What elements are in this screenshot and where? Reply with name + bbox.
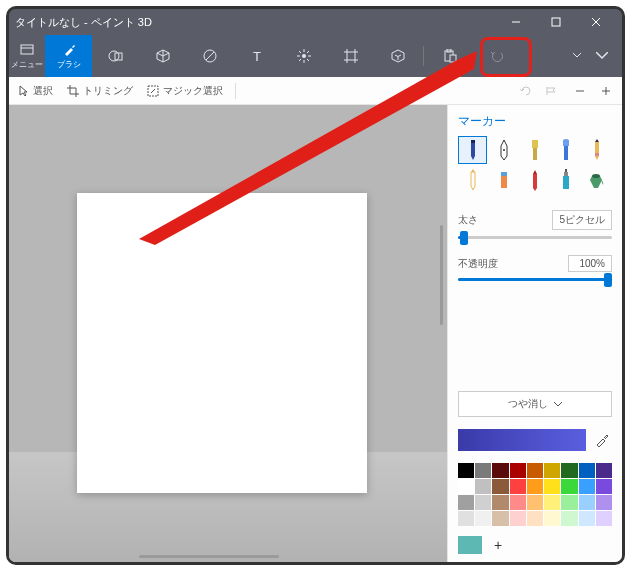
thickness-row: 太さ 5ピクセル	[448, 204, 622, 232]
collapse-panel-button[interactable]	[588, 52, 616, 60]
current-color-row	[458, 429, 612, 451]
3d-library-tool[interactable]	[374, 35, 421, 77]
palette-swatch[interactable]	[544, 511, 560, 526]
brush-spray[interactable]	[552, 166, 581, 194]
stickers-tool[interactable]	[186, 35, 233, 77]
palette-swatch[interactable]	[596, 479, 612, 494]
menu-button[interactable]: メニュー	[9, 35, 45, 77]
palette-swatch[interactable]	[579, 511, 595, 526]
undo-button[interactable]	[473, 35, 520, 77]
thickness-slider[interactable]	[458, 236, 612, 239]
palette-swatch[interactable]	[596, 463, 612, 478]
palette-swatch[interactable]	[596, 495, 612, 510]
palette-swatch[interactable]	[458, 479, 474, 494]
rotate-icon	[520, 85, 532, 97]
palette-swatch[interactable]	[527, 479, 543, 494]
history-dropdown[interactable]	[566, 53, 588, 59]
brush-pencil[interactable]	[458, 166, 487, 194]
palette-swatch[interactable]	[561, 495, 577, 510]
brush-tool[interactable]: ブラシ	[45, 35, 92, 77]
chevron-down-icon	[554, 402, 562, 407]
palette-swatch[interactable]	[561, 463, 577, 478]
flag-icon	[546, 86, 560, 96]
minus-icon	[574, 85, 586, 97]
3d-shapes-tool[interactable]	[139, 35, 186, 77]
brush-watercolor[interactable]	[552, 136, 581, 164]
brush-icon	[62, 42, 76, 58]
palette-swatch[interactable]	[527, 495, 543, 510]
add-color-button[interactable]: +	[488, 536, 508, 554]
eyedropper-button[interactable]	[592, 430, 612, 450]
palette-swatch[interactable]	[458, 511, 474, 526]
paste-tool[interactable]	[426, 35, 473, 77]
brush-fill[interactable]	[583, 166, 612, 194]
canvas[interactable]	[77, 193, 367, 493]
recent-color-swatch[interactable]	[458, 536, 482, 554]
palette-swatch[interactable]	[492, 511, 508, 526]
magic-select-button[interactable]: マジック選択	[141, 80, 229, 102]
zoom-out-button[interactable]	[568, 80, 592, 102]
pencil-icon	[590, 138, 604, 162]
thickness-value[interactable]: 5ピクセル	[552, 210, 612, 230]
current-color-swatch[interactable]	[458, 429, 586, 451]
palette-swatch[interactable]	[492, 495, 508, 510]
palette-swatch[interactable]	[579, 479, 595, 494]
paste-icon	[443, 48, 457, 64]
canvas-viewport[interactable]	[9, 105, 447, 562]
flip-button[interactable]	[540, 80, 566, 102]
palette-swatch[interactable]	[475, 495, 491, 510]
brush-eraser[interactable]	[489, 166, 518, 194]
bucket-icon	[589, 168, 605, 192]
effects-tool[interactable]	[280, 35, 327, 77]
palette-swatch[interactable]	[475, 511, 491, 526]
canvas-tool[interactable]	[327, 35, 374, 77]
brush-label: ブラシ	[57, 59, 81, 70]
palette-swatch[interactable]	[596, 511, 612, 526]
palette-swatch[interactable]	[527, 463, 543, 478]
palette-swatch[interactable]	[561, 511, 577, 526]
zoom-in-button[interactable]	[594, 80, 618, 102]
svg-rect-37	[471, 140, 475, 143]
brush-marker[interactable]	[458, 136, 487, 164]
minimize-button[interactable]	[496, 9, 536, 35]
palette-swatch[interactable]	[510, 463, 526, 478]
palette-swatch[interactable]	[458, 495, 474, 510]
palette-swatch[interactable]	[544, 479, 560, 494]
palette-swatch[interactable]	[544, 495, 560, 510]
panel-title: マーカー	[448, 105, 622, 136]
palette-swatch[interactable]	[579, 495, 595, 510]
rotate-button[interactable]	[514, 80, 538, 102]
opacity-value[interactable]: 100%	[568, 255, 612, 272]
brush-crayon[interactable]	[520, 166, 549, 194]
palette-swatch[interactable]	[475, 463, 491, 478]
palette-swatch[interactable]	[475, 479, 491, 494]
text-tool[interactable]: T	[233, 35, 280, 77]
crop-button[interactable]: トリミング	[61, 80, 139, 102]
cursor-icon	[19, 85, 29, 97]
palette-swatch[interactable]	[510, 495, 526, 510]
opacity-slider[interactable]	[458, 278, 612, 281]
brush-oil[interactable]	[520, 136, 549, 164]
brush-pixel[interactable]	[583, 136, 612, 164]
material-dropdown[interactable]: つや消し	[458, 391, 612, 417]
svg-rect-39	[533, 148, 537, 160]
maximize-button[interactable]	[536, 9, 576, 35]
vertical-scrollbar[interactable]	[440, 225, 443, 325]
svg-rect-6	[21, 45, 33, 54]
brush-calligraphy[interactable]	[489, 136, 518, 164]
svg-rect-49	[565, 169, 567, 172]
palette-swatch[interactable]	[510, 479, 526, 494]
horizontal-scrollbar[interactable]	[139, 555, 279, 558]
select-button[interactable]: 選択	[13, 80, 59, 102]
svg-point-12	[302, 54, 306, 58]
close-button[interactable]	[576, 9, 616, 35]
palette-swatch[interactable]	[527, 511, 543, 526]
palette-swatch[interactable]	[561, 479, 577, 494]
palette-swatch[interactable]	[544, 463, 560, 478]
palette-swatch[interactable]	[492, 479, 508, 494]
palette-swatch[interactable]	[492, 463, 508, 478]
palette-swatch[interactable]	[458, 463, 474, 478]
2d-shapes-tool[interactable]	[92, 35, 139, 77]
palette-swatch[interactable]	[579, 463, 595, 478]
palette-swatch[interactable]	[510, 511, 526, 526]
